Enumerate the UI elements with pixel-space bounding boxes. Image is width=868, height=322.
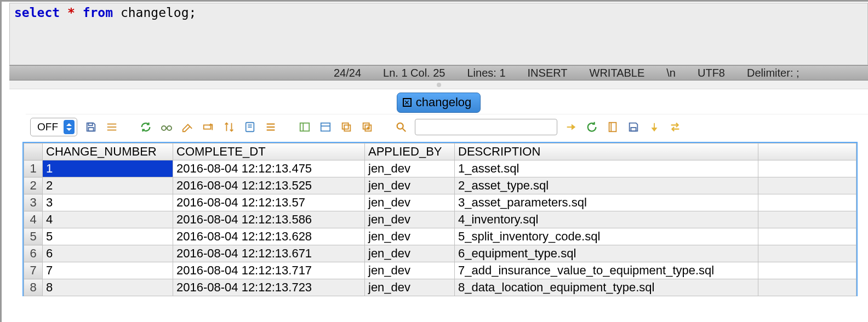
cell-empty xyxy=(758,194,856,211)
result-tab-changelog[interactable]: ✕ changelog xyxy=(397,93,481,113)
autocommit-label: OFF xyxy=(37,121,58,133)
row-number[interactable]: 5 xyxy=(24,228,43,245)
sql-editor[interactable]: select * from changelog; xyxy=(9,3,868,65)
search-icon[interactable] xyxy=(394,120,408,134)
cell[interactable]: 2016-08-04 12:12:13.586 xyxy=(173,211,365,228)
cell[interactable]: jen_dev xyxy=(365,194,455,211)
row-number[interactable]: 2 xyxy=(24,177,43,194)
cell-empty xyxy=(758,211,856,228)
row-number[interactable]: 6 xyxy=(24,245,43,262)
editor-status-bar: 24/24 Ln. 1 Col. 25 Lines: 1 INSERT WRIT… xyxy=(9,65,868,81)
stepper-icon[interactable] xyxy=(64,120,75,134)
result-tab-label: changelog xyxy=(416,95,472,110)
pencil-arrow-icon[interactable] xyxy=(180,120,195,134)
cell[interactable]: 1_asset.sql xyxy=(455,160,758,177)
save-icon[interactable] xyxy=(84,120,98,134)
status-lines: Lines: 1 xyxy=(467,67,505,79)
cell[interactable]: 6 xyxy=(43,245,173,262)
cell[interactable]: jen_dev xyxy=(365,245,455,262)
cell[interactable]: 8_data_location_equipment_type.sql xyxy=(455,279,758,296)
cell[interactable]: 3_asset_parameters.sql xyxy=(455,194,758,211)
col-header-change-number[interactable]: CHANGE_NUMBER xyxy=(43,143,173,160)
svg-rect-18 xyxy=(321,123,330,131)
cell[interactable]: jen_dev xyxy=(365,211,455,228)
row-number[interactable]: 1 xyxy=(24,160,43,177)
swap-arrows-icon[interactable] xyxy=(668,120,682,134)
panel-left-icon[interactable] xyxy=(298,120,312,134)
cell[interactable]: 2016-08-04 12:12:13.671 xyxy=(173,245,365,262)
table-row[interactable]: 552016-08-04 12:12:13.628jen_dev5_split_… xyxy=(24,228,856,245)
cell[interactable]: 7 xyxy=(43,262,173,279)
sort-arrows-icon[interactable] xyxy=(222,120,236,134)
cell[interactable]: 5 xyxy=(43,228,173,245)
cell[interactable]: 5_split_inventory_code.sql xyxy=(455,228,758,245)
table-row[interactable]: 112016-08-04 12:12:13.475jen_dev1_asset.… xyxy=(24,160,856,177)
cell[interactable]: 7_add_insurance_value_to_equipment_type.… xyxy=(455,262,758,279)
col-header-complete-dt[interactable]: COMPLETE_DT xyxy=(173,143,365,160)
split-handle[interactable] xyxy=(9,81,868,89)
script-icon[interactable] xyxy=(243,120,257,134)
cell[interactable]: 2 xyxy=(43,177,173,194)
cell[interactable]: 4 xyxy=(43,211,173,228)
table-row[interactable]: 772016-08-04 12:12:13.717jen_dev7_add_in… xyxy=(24,262,856,279)
panel-top-icon[interactable] xyxy=(318,120,333,134)
cell[interactable]: 3 xyxy=(43,194,173,211)
svg-rect-20 xyxy=(344,125,350,131)
cell[interactable]: 4_inventory.sql xyxy=(455,211,758,228)
refresh-icon[interactable] xyxy=(139,120,153,134)
result-grid: CHANGE_NUMBER COMPLETE_DT APPLIED_BY DES… xyxy=(22,142,858,296)
row-number[interactable]: 7 xyxy=(24,262,43,279)
sql-keyword-from: from xyxy=(83,5,113,20)
svg-rect-2 xyxy=(88,123,92,126)
table-row[interactable]: 222016-08-04 12:12:13.525jen_dev2_asset_… xyxy=(24,177,856,194)
cell[interactable]: 2016-08-04 12:12:13.717 xyxy=(173,262,365,279)
row-number[interactable]: 3 xyxy=(24,194,43,211)
cell[interactable]: 2016-08-04 12:12:13.475 xyxy=(173,160,365,177)
cell[interactable]: 2016-08-04 12:12:13.525 xyxy=(173,177,365,194)
sql-semicolon: ; xyxy=(189,5,197,20)
down-arrow-icon[interactable] xyxy=(647,120,661,134)
cell[interactable]: jen_dev xyxy=(365,160,455,177)
row-number[interactable]: 4 xyxy=(24,211,43,228)
cell[interactable]: jen_dev xyxy=(365,262,455,279)
svg-point-8 xyxy=(167,126,172,130)
copy-plus-icon[interactable] xyxy=(360,120,374,134)
sql-keyword-select: select xyxy=(14,5,60,20)
save-disk-icon[interactable] xyxy=(626,120,641,134)
cell[interactable]: 2016-08-04 12:12:13.723 xyxy=(173,279,365,296)
col-header-description[interactable]: DESCRIPTION xyxy=(455,143,758,160)
glasses-icon[interactable] xyxy=(159,120,174,134)
autocommit-selector[interactable]: OFF xyxy=(30,118,77,136)
copy-icon[interactable] xyxy=(339,120,353,134)
close-icon[interactable]: ✕ xyxy=(403,98,412,107)
cell-empty xyxy=(758,160,856,177)
cell[interactable]: 2016-08-04 12:12:13.628 xyxy=(173,228,365,245)
edit-lines-icon[interactable] xyxy=(105,120,119,134)
svg-rect-16 xyxy=(300,123,310,131)
insert-row-icon[interactable] xyxy=(201,120,215,134)
result-tab-bar: ✕ changelog xyxy=(9,89,868,114)
cell[interactable]: 2016-08-04 12:12:13.57 xyxy=(173,194,365,211)
cell[interactable]: 6_equipment_type.sql xyxy=(455,245,758,262)
cell[interactable]: 8 xyxy=(43,279,173,296)
col-header-applied-by[interactable]: APPLIED_BY xyxy=(365,143,455,160)
next-arrow-icon[interactable] xyxy=(564,120,578,134)
search-input[interactable] xyxy=(415,119,557,135)
svg-point-26 xyxy=(397,123,403,129)
notebook-icon[interactable] xyxy=(606,120,620,134)
cell[interactable]: jen_dev xyxy=(365,279,455,296)
cell[interactable]: jen_dev xyxy=(365,228,455,245)
table-row[interactable]: 882016-08-04 12:12:13.723jen_dev8_data_l… xyxy=(24,279,856,296)
table-row[interactable]: 442016-08-04 12:12:13.586jen_dev4_invent… xyxy=(24,211,856,228)
cell[interactable]: 1 xyxy=(43,160,173,177)
table-row[interactable]: 662016-08-04 12:12:13.671jen_dev6_equipm… xyxy=(24,245,856,262)
svg-rect-28 xyxy=(609,123,616,132)
corner-cell[interactable] xyxy=(24,143,43,160)
cell[interactable]: 2_asset_type.sql xyxy=(455,177,758,194)
table-row[interactable]: 332016-08-04 12:12:13.57jen_dev3_asset_p… xyxy=(24,194,856,211)
row-number[interactable]: 8 xyxy=(24,279,43,296)
list-lines-icon[interactable] xyxy=(264,120,278,134)
cell[interactable]: jen_dev xyxy=(365,177,455,194)
status-lncol: Ln. 1 Col. 25 xyxy=(383,67,445,79)
reload-green-icon[interactable] xyxy=(585,120,599,134)
